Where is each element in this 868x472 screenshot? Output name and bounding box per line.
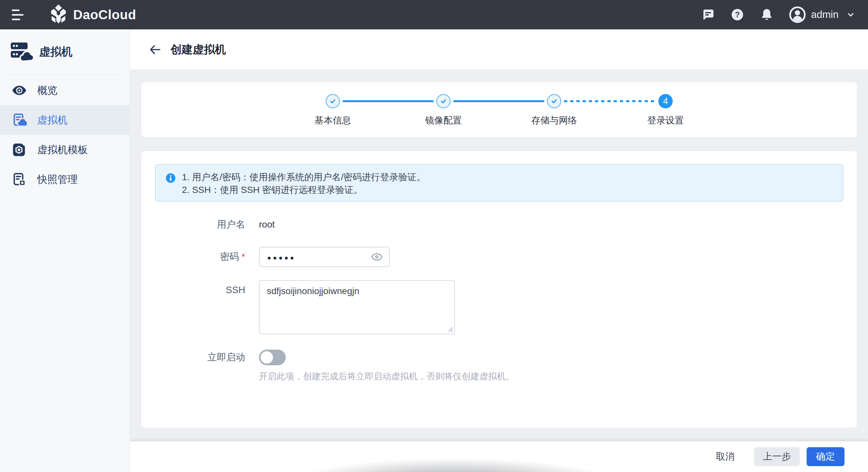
brand: DaoCloud [48, 4, 136, 26]
sidebar-divider [8, 74, 122, 75]
ssh-row: SSH sdfjsoijinoniojjoiwnegjn [142, 280, 455, 334]
alert-line-1: 1. 用户名/密码：使用操作系统的用户名/密码进行登录验证。 [182, 171, 426, 184]
form-card: 1. 用户名/密码：使用操作系统的用户名/密码进行登录验证。 2. SSH：使用… [142, 151, 857, 428]
password-masked-value: ••••• [268, 251, 371, 263]
info-alert: 1. 用户名/密码：使用操作系统的用户名/密码进行登录验证。 2. SSH：使用… [155, 164, 843, 201]
start-now-toggle[interactable] [259, 350, 286, 365]
ssh-textarea-wrap: sdfjsoijinoniojjoiwnegjn [259, 280, 455, 334]
sidebar-item-label: 概览 [37, 84, 58, 97]
template-icon [12, 142, 27, 157]
ssh-label: SSH [142, 280, 245, 295]
ssh-textarea[interactable]: sdfjsoijinoniojjoiwnegjn [259, 280, 455, 334]
sidebar-item-vm[interactable]: 虚拟机 [0, 105, 130, 135]
header-actions: ? admin [686, 6, 868, 23]
step-label-basic-info: 基本信息 [290, 114, 375, 127]
toggle-knob [260, 351, 273, 364]
sidebar-item-label: 虚拟机模板 [37, 143, 88, 157]
step-1-check-icon [326, 94, 340, 108]
username-row: 用户名 root [142, 218, 275, 231]
avatar-icon[interactable] [789, 6, 806, 23]
sidebar-title-label: 虚拟机 [39, 44, 72, 59]
step-label-image-config: 镜像配置 [401, 114, 486, 127]
confirm-button[interactable]: 确定 [807, 447, 844, 466]
eye-icon [12, 83, 27, 98]
help-icon[interactable]: ? [730, 7, 745, 22]
sidebar-nav: 概览 虚拟机 虚拟机模板 [0, 75, 130, 194]
start-now-label: 立即启动 [142, 351, 245, 364]
password-label: 密码* [142, 250, 245, 263]
eye-toggle-icon[interactable] [371, 251, 383, 263]
daocloud-logo-icon [48, 4, 69, 26]
alert-line-2: 2. SSH：使用 SSH 密钥进行远程登录验证。 [182, 184, 426, 196]
previous-step-button[interactable]: 上一步 [754, 447, 800, 466]
step-2-check-icon [436, 94, 451, 108]
vm-cloud-icon [12, 113, 27, 128]
step-connector [453, 100, 545, 102]
page-title: 创建虚拟机 [170, 42, 226, 57]
svg-text:?: ? [735, 10, 740, 19]
user-name[interactable]: admin [811, 9, 839, 21]
resize-handle[interactable] [447, 326, 453, 332]
page-header: 创建虚拟机 [130, 29, 868, 69]
stepper-card: 4 基本信息 镜像配置 存储与网络 登录设置 [142, 82, 857, 137]
alert-text: 1. 用户名/密码：使用操作系统的用户名/密码进行登录验证。 2. SSH：使用… [182, 171, 426, 201]
sidebar: 虚拟机 概览 虚拟机 [0, 29, 130, 472]
sidebar-item-vm-templates[interactable]: 虚拟机模板 [0, 135, 130, 164]
snapshot-icon [12, 172, 27, 187]
server-cloud-icon [9, 41, 34, 63]
username-label: 用户名 [142, 218, 245, 231]
password-row: 密码* ••••• [142, 247, 390, 267]
password-input[interactable]: ••••• [259, 247, 390, 267]
sidebar-item-overview[interactable]: 概览 [0, 75, 130, 105]
chat-icon[interactable] [701, 7, 715, 22]
footer-bar: 取消 上一步 确定 [130, 441, 868, 472]
step-4-number: 4 [658, 94, 673, 108]
required-asterisk: * [242, 252, 245, 262]
step-3-check-icon [547, 94, 561, 108]
sidebar-title: 虚拟机 [0, 29, 130, 63]
brand-name: DaoCloud [73, 7, 136, 22]
cancel-button[interactable]: 取消 [714, 447, 737, 467]
sidebar-item-label: 虚拟机 [37, 113, 68, 127]
back-arrow-icon[interactable] [148, 43, 162, 57]
step-connector [343, 100, 434, 102]
menu-icon[interactable] [12, 8, 25, 21]
step-connector-dotted [564, 100, 656, 102]
step-label-login-settings: 登录设置 [623, 114, 708, 127]
sidebar-item-snapshots[interactable]: 快照管理 [0, 164, 130, 194]
sidebar-item-label: 快照管理 [37, 173, 78, 186]
content-area: 4 基本信息 镜像配置 存储与网络 登录设置 1. 用户名/密码：使用操作系统的… [130, 69, 868, 441]
bell-icon[interactable] [760, 7, 774, 22]
chevron-down-icon[interactable] [846, 10, 856, 20]
username-value: root [259, 219, 275, 230]
step-label-storage-network: 存储与网络 [512, 114, 597, 127]
top-header: DaoCloud ? [0, 0, 868, 29]
start-now-help-text: 开启此项，创建完成后将立即启动虚拟机，否则将仅创建虚拟机。 [259, 371, 515, 382]
start-now-row: 立即启动 [142, 350, 286, 365]
info-icon [165, 173, 176, 184]
